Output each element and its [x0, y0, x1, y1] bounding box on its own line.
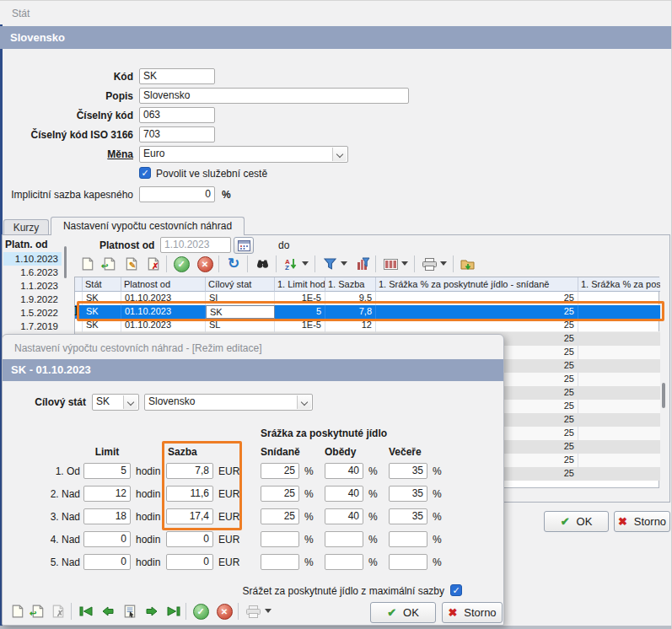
- storno-button[interactable]: ✖Storno: [614, 511, 670, 532]
- iso-kod-input[interactable]: 703: [139, 126, 215, 142]
- next-record-button[interactable]: [142, 602, 162, 621]
- limit-input[interactable]: 0: [83, 531, 131, 547]
- column-header-sazba[interactable]: 1. Sazba: [325, 277, 376, 292]
- limit-input[interactable]: 12: [83, 486, 131, 502]
- vecere-input[interactable]: 35: [389, 463, 427, 479]
- sazba-input[interactable]: 0: [166, 531, 213, 547]
- sort-dropdown-caret[interactable]: [302, 261, 309, 266]
- mena-label[interactable]: Měna: [0, 148, 133, 160]
- filter-button[interactable]: [320, 255, 340, 273]
- obedy-input[interactable]: 40: [325, 463, 363, 479]
- mena-combobox[interactable]: Euro: [139, 146, 348, 163]
- column-header-cilovy[interactable]: Cílový stat: [206, 277, 275, 292]
- column-header-platnost[interactable]: Platnost od: [121, 277, 206, 292]
- dialog-ok-button[interactable]: ✔OK: [370, 602, 436, 623]
- new-document-icon: [82, 257, 94, 271]
- vecere-input[interactable]: [389, 531, 427, 547]
- validity-item[interactable]: 1.5.2022: [3, 306, 62, 320]
- ciselny-kod-input[interactable]: 063: [139, 107, 215, 123]
- sazba-input[interactable]: 11,6: [166, 486, 213, 502]
- obedy-input[interactable]: 40: [325, 486, 363, 502]
- platnost-od-input[interactable]: 1.10.2023: [160, 237, 231, 253]
- last-record-button[interactable]: [164, 602, 184, 621]
- table-row[interactable]: SK 01.10.2023 SI 1E-5 9,5 25: [75, 292, 660, 305]
- sort-button[interactable]: AZ: [281, 255, 301, 273]
- record-list-button[interactable]: [120, 602, 140, 621]
- snidane-input[interactable]: [261, 554, 299, 570]
- validity-item[interactable]: 1.9.2022: [3, 293, 62, 306]
- validity-item[interactable]: 1.7.2019: [3, 320, 62, 333]
- previous-record-button[interactable]: [98, 602, 118, 621]
- dialog-print-button[interactable]: [243, 602, 263, 621]
- accept-button[interactable]: ✓: [171, 255, 191, 273]
- snidane-input[interactable]: 25: [261, 508, 299, 524]
- vecere-input[interactable]: 35: [389, 486, 427, 502]
- table-row-selected[interactable]: SK 01.10.2023 SK 5 7,8 25: [75, 305, 660, 319]
- edit-record-button[interactable]: ✎: [121, 255, 142, 273]
- column-header-stat[interactable]: Stát: [83, 277, 121, 292]
- first-record-button[interactable]: [76, 602, 96, 621]
- obedy-input[interactable]: [325, 531, 363, 547]
- validity-list-header: Platn. od: [5, 239, 48, 250]
- srazet-checkbox[interactable]: ✓: [450, 584, 462, 596]
- cell-cilovy-editing[interactable]: SK: [206, 305, 275, 319]
- cilovy-name-dropdown-button[interactable]: [297, 395, 311, 409]
- filter-chart-button[interactable]: [353, 255, 374, 273]
- obedy-input[interactable]: [325, 554, 363, 570]
- ok-button[interactable]: ✔OK: [544, 511, 609, 532]
- validity-item[interactable]: 1.10.2023: [3, 252, 62, 266]
- vecere-input[interactable]: 35: [389, 508, 427, 524]
- refresh-button[interactable]: ↻: [223, 255, 244, 273]
- obedy-input[interactable]: 40: [325, 508, 363, 524]
- sazba-input[interactable]: 17,4: [166, 508, 213, 524]
- limit-input[interactable]: 5: [83, 463, 131, 479]
- calendar-button[interactable]: [234, 237, 254, 254]
- snidane-input[interactable]: [261, 531, 299, 547]
- kod-input[interactable]: SK: [139, 68, 215, 84]
- columns-button[interactable]: [380, 255, 401, 273]
- dialog-copy-button[interactable]: ↩: [28, 602, 48, 621]
- dialog-accept-button[interactable]: ✓: [191, 602, 211, 621]
- delete-record-button[interactable]: ✗: [143, 255, 164, 273]
- snidane-input[interactable]: 25: [261, 463, 299, 479]
- print-button[interactable]: [419, 255, 439, 273]
- limit-input[interactable]: 18: [83, 508, 131, 524]
- search-button[interactable]: [252, 255, 272, 273]
- povolit-checkbox[interactable]: ✓: [139, 167, 151, 179]
- cilovy-stat-code-combobox[interactable]: SK: [92, 394, 139, 411]
- tab-kurzy[interactable]: Kurzy: [3, 219, 49, 235]
- popis-input[interactable]: Slovensko: [139, 88, 409, 104]
- column-header-limit[interactable]: 1. Limit hodin: [275, 277, 325, 292]
- cilovy-stat-name-combobox[interactable]: Slovensko: [144, 394, 313, 411]
- table-scrollbar[interactable]: [662, 383, 665, 408]
- limit-input[interactable]: 0: [83, 554, 131, 570]
- sazba-input[interactable]: 0: [166, 554, 213, 570]
- column-header-srazka-snidane[interactable]: 1. Srážka % za poskytnuté jídlo - snídan…: [376, 277, 578, 292]
- validity-list-scrollbar[interactable]: [64, 246, 67, 278]
- new-record-button[interactable]: [78, 255, 98, 273]
- export-button[interactable]: [458, 255, 478, 273]
- column-header-srazka-pos[interactable]: 1. Srážka % za pos: [578, 277, 660, 292]
- dialog-delete-button[interactable]: ✗: [48, 602, 68, 621]
- snidane-input[interactable]: 25: [261, 486, 299, 502]
- cell-srazka-pos: [578, 400, 660, 413]
- copy-record-button[interactable]: ↩: [99, 255, 120, 273]
- filter-dropdown-caret[interactable]: [341, 261, 347, 266]
- validity-item[interactable]: 1.6.2023: [3, 266, 62, 279]
- validity-item[interactable]: 1.1.2023: [3, 279, 62, 293]
- mena-dropdown-button[interactable]: [332, 148, 347, 161]
- tab-nastaveni-nahrad[interactable]: Nastavení vypočtu cestovních náhrad: [51, 217, 245, 235]
- cilovy-code-dropdown-button[interactable]: [123, 395, 137, 409]
- table-row[interactable]: SK 01.10.2023 SL 1E-5 12 25: [75, 319, 660, 332]
- columns-dropdown-caret[interactable]: [401, 261, 408, 266]
- vecere-input[interactable]: [389, 554, 427, 570]
- sazba-input[interactable]: 7,8: [166, 463, 213, 479]
- print-dropdown-caret[interactable]: [440, 261, 447, 266]
- print-dropdown-caret[interactable]: [265, 609, 271, 613]
- kapesne-input[interactable]: 0: [139, 186, 215, 202]
- dialog-storno-button[interactable]: ✖Storno: [442, 602, 503, 623]
- dialog-cancel-button[interactable]: ✕: [214, 602, 234, 621]
- dialog-new-button[interactable]: [8, 602, 28, 621]
- cell-srazka-pos: [578, 427, 660, 440]
- cancel-button[interactable]: ✕: [195, 255, 215, 273]
